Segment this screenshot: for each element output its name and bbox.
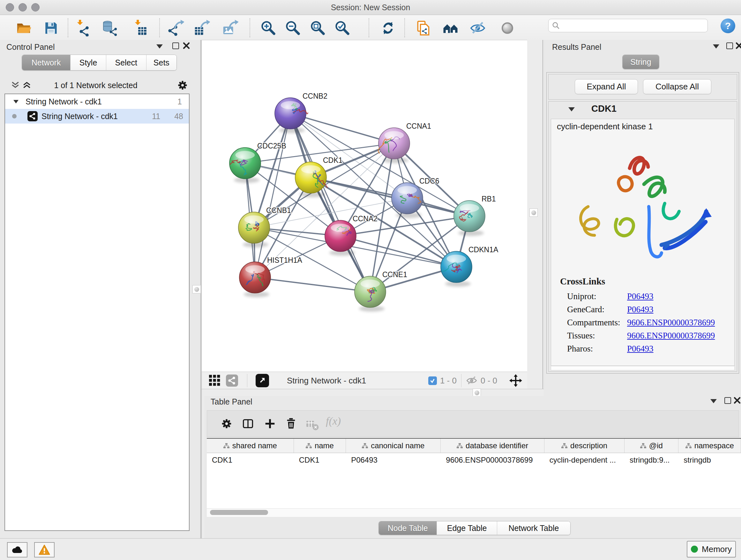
export-network-icon[interactable] (167, 19, 185, 37)
search-input[interactable] (560, 21, 704, 30)
network-edge-HIST1H1A-CCNE1[interactable] (255, 277, 370, 292)
table-panel-close-icon[interactable] (733, 396, 741, 404)
table-cell[interactable]: cyclin-dependent ... (544, 453, 624, 467)
right-splitter-handle[interactable] (529, 208, 538, 217)
crosslink-link[interactable]: 9606.ENSP00000378699 (627, 331, 715, 341)
help-button[interactable]: ? (721, 18, 735, 33)
export-image-icon[interactable] (221, 19, 239, 37)
delete-column-trash-icon[interactable] (284, 417, 298, 430)
table-cell[interactable]: stringdb:9... (624, 453, 678, 467)
collection-disclosure-icon[interactable] (13, 100, 18, 104)
control-panel-close-icon[interactable] (183, 42, 190, 50)
results-panel-float-icon[interactable] (726, 43, 733, 49)
table-panel-menu-icon[interactable] (711, 399, 717, 403)
import-network-database-icon[interactable] (101, 19, 119, 37)
birds-eye-grid-icon[interactable] (209, 374, 221, 387)
network-edge-CCNB2-HIST1H1A[interactable] (255, 113, 290, 277)
network-view-toolbar: String Network - cdk1 1 - 0 0 - 0 (202, 372, 527, 389)
refresh-view-icon[interactable] (379, 19, 397, 37)
save-session-icon[interactable] (42, 19, 60, 37)
node-gloss (281, 101, 300, 109)
network-graph[interactable]: CCNB2CCNA1CDC25BCDK1CDC6RB1CCNB1CCNA2CDK… (202, 40, 527, 372)
column-type-icon (561, 443, 567, 449)
zoom-selected-icon[interactable] (333, 19, 351, 37)
network-options-gear-icon[interactable] (176, 79, 189, 91)
hide-selected-eye-icon[interactable] (469, 19, 487, 37)
column-header-shared-name[interactable]: shared name (207, 439, 294, 453)
node-table: shared namenamecanonical namedatabase id… (207, 438, 741, 508)
results-panel-close-icon[interactable] (735, 42, 741, 50)
table-row[interactable]: CDK1CDK1P064939606.ENSP00000378699cyclin… (207, 453, 741, 467)
crosslink-label: Tissues: (567, 331, 627, 341)
column-header-canonical-name[interactable]: canonical name (346, 439, 441, 453)
table-horizontal-scrollbar[interactable] (207, 508, 741, 517)
export-table-icon[interactable] (193, 19, 211, 37)
first-neighbors-houses-icon[interactable] (442, 19, 460, 37)
column-header--id[interactable]: @id (624, 439, 678, 453)
collapse-all-button[interactable]: Collapse All (643, 79, 711, 94)
network-collection-row[interactable]: String Network - cdk1 1 (5, 94, 189, 109)
network-type-share-icon[interactable] (226, 374, 238, 387)
column-header-description[interactable]: description (544, 439, 624, 453)
left-splitter-handle[interactable] (192, 285, 201, 294)
warnings-button[interactable] (34, 542, 55, 557)
tab-string[interactable]: String (623, 55, 659, 69)
tab-select[interactable]: Select (106, 55, 146, 70)
memory-label: Memory (702, 544, 732, 554)
import-table-file-icon[interactable] (131, 19, 149, 37)
tab-network-table[interactable]: Network Table (497, 521, 570, 535)
show-columns-icon[interactable] (242, 417, 255, 430)
table-options-gear-icon[interactable] (220, 417, 233, 430)
column-type-icon (306, 443, 312, 449)
tab-edge-table[interactable]: Edge Table (437, 521, 497, 535)
crosslink-link[interactable]: P06493 (627, 305, 654, 314)
search-icon (552, 21, 560, 30)
network-canvas[interactable]: CCNB2CCNA1CDC25BCDK1CDC6RB1CCNB1CCNA2CDK… (202, 40, 527, 372)
add-column-icon[interactable] (263, 417, 277, 430)
copy-network-document-icon[interactable] (414, 19, 432, 37)
crosslink-link[interactable]: 9606.ENSP00000378699 (627, 318, 715, 327)
table-cell[interactable]: CDK1 (294, 453, 346, 467)
toolbar-separator (159, 18, 160, 37)
zoom-fit-icon[interactable] (309, 19, 327, 37)
table-cell[interactable]: CDK1 (207, 453, 294, 467)
tab-network[interactable]: Network (22, 55, 71, 70)
table-cell[interactable]: 9606.ENSP00000378699 (441, 453, 544, 467)
tab-node-table[interactable]: Node Table (379, 521, 437, 535)
column-header-name[interactable]: name (294, 439, 346, 453)
crosslink-link[interactable]: P06493 (627, 292, 654, 301)
crosslink-link[interactable]: P06493 (627, 344, 654, 354)
entry-scrollbar-track[interactable] (551, 366, 735, 370)
results-panel-menu-icon[interactable] (713, 44, 719, 49)
entry-disclosure-icon[interactable] (568, 107, 575, 111)
collapse-all-chevron-icon[interactable] (11, 81, 20, 89)
table-cell[interactable]: P06493 (346, 453, 441, 467)
control-panel-float-icon[interactable] (172, 43, 179, 49)
node-label-CDC25B: CDC25B (257, 142, 286, 150)
open-session-icon[interactable] (15, 19, 32, 37)
network-edge-CDK1-RB1[interactable] (311, 178, 469, 216)
open-in-window-icon[interactable] (256, 374, 269, 387)
column-header-database-identifier[interactable]: database identifier (441, 439, 544, 453)
graphics-details-sphere-icon[interactable] (498, 19, 516, 37)
pan-move-icon[interactable] (509, 374, 523, 388)
node-gloss (301, 165, 321, 173)
zoom-in-icon[interactable] (259, 19, 277, 37)
column-header-namespace[interactable]: namespace (678, 439, 741, 453)
tab-style[interactable]: Style (71, 55, 106, 70)
expand-all-button[interactable]: Expand All (575, 79, 638, 94)
expand-all-chevron-icon[interactable] (22, 81, 31, 89)
network-row[interactable]: String Network - cdk1 11 48 (5, 109, 189, 124)
memory-button[interactable]: Memory (687, 541, 736, 557)
table-horizontal-scrollbar-thumb[interactable] (210, 510, 268, 515)
selected-checkbox-icon[interactable] (428, 376, 437, 385)
import-network-file-icon[interactable] (74, 19, 91, 37)
hidden-items-eye-icon[interactable] (466, 375, 477, 386)
network-edge-CCNB2-CCNE1[interactable] (290, 113, 370, 292)
control-panel-menu-icon[interactable] (156, 44, 163, 49)
zoom-out-icon[interactable] (284, 19, 301, 37)
cloud-status-button[interactable] (7, 542, 27, 557)
table-cell[interactable]: stringdb (678, 453, 741, 467)
table-panel-float-icon[interactable] (724, 397, 731, 404)
tab-sets[interactable]: Sets (146, 55, 177, 70)
